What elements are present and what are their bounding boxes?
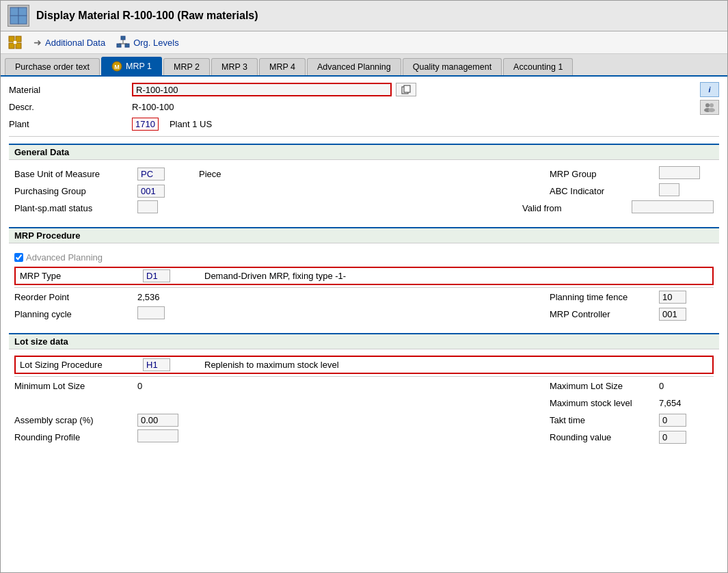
mrp-group-label: MRP Group <box>550 169 659 179</box>
general-data-section: Base Unit of Measure PC Piece MRP Group … <box>9 163 719 220</box>
assembly-scrap-label: Assembly scrap (%) <box>14 415 137 425</box>
lot-sizing-row: Lot Sizing Procedure H1 Replenish to max… <box>14 356 714 374</box>
base-unit-label: Base Unit of Measure <box>14 169 137 179</box>
mrp-controller-label: MRP Controller <box>550 309 659 319</box>
mrp-type-desc: Demand-Driven MRP, fixing type -1- <box>204 271 708 281</box>
base-unit-desc: Piece <box>199 169 550 179</box>
takt-time-value: 0 <box>659 414 686 427</box>
planning-time-fence-label: Planning time fence <box>550 292 659 302</box>
info-icon-btn[interactable]: i <box>700 82 719 97</box>
purchasing-group-label: Purchasing Group <box>14 186 137 196</box>
svg-rect-10 <box>117 44 121 47</box>
plant-matl-label: Plant-sp.matl status <box>14 203 137 213</box>
additional-data-label: Additional Data <box>45 38 105 48</box>
planning-cycle-value <box>137 306 165 319</box>
svg-rect-1 <box>18 8 27 16</box>
rounding-value-value: 0 <box>659 431 686 444</box>
toolbar: ➜ Additional Data Org. Levels <box>1 31 727 54</box>
descr-value: R-100-100 <box>132 102 174 112</box>
svg-rect-2 <box>10 16 18 24</box>
tabs-bar: Purchase order text M MRP 1 MRP 2 MRP 3 … <box>1 54 727 77</box>
plant-label: Plant <box>9 119 132 129</box>
purchasing-group-value: 001 <box>137 185 165 198</box>
advanced-planning-row: Advanced Planning <box>14 250 714 265</box>
minimum-lot-value: 0 <box>137 381 142 391</box>
rounding-value-label: Rounding value <box>550 432 659 442</box>
svg-point-21 <box>708 108 715 112</box>
descr-row: Descr. R-100-100 <box>9 99 693 114</box>
svg-point-8 <box>13 40 17 44</box>
arrow-right-icon: ➜ <box>33 37 42 48</box>
minimum-lot-label: Minimum Lot Size <box>14 381 137 391</box>
max-stock-row: Maximum stock level 7,654 <box>14 395 714 410</box>
lot-size-header: Lot size data <box>9 333 719 349</box>
material-label: Material <box>9 85 132 95</box>
svg-rect-3 <box>18 16 27 24</box>
planning-time-fence-value: 10 <box>659 291 686 304</box>
tab-mrp4[interactable]: MRP 4 <box>259 58 306 75</box>
svg-rect-17 <box>404 85 410 92</box>
rounding-profile-label: Rounding Profile <box>14 432 137 442</box>
takt-time-label: Takt time <box>550 415 659 425</box>
assembly-scrap-row: Assembly scrap (%) 0.00 Takt time 0 <box>14 412 714 427</box>
people-icon-btn[interactable] <box>700 100 719 115</box>
mrp-type-label: MRP Type <box>20 271 143 281</box>
reorder-point-value: 2,536 <box>137 292 160 302</box>
svg-text:M: M <box>114 64 120 70</box>
mrp-procedure-header: MRP Procedure <box>9 227 719 243</box>
lot-size-section: Lot Sizing Procedure H1 Replenish to max… <box>9 353 719 449</box>
plant-value: 1710 <box>132 118 159 131</box>
material-copy-btn[interactable] <box>396 83 416 96</box>
abc-indicator-value <box>659 183 679 196</box>
svg-rect-0 <box>10 8 18 16</box>
tab-accounting1[interactable]: Accounting 1 <box>503 58 573 75</box>
valid-from-value <box>632 200 714 213</box>
base-unit-value: PC <box>137 168 165 181</box>
rounding-profile-value <box>137 429 178 442</box>
mrp-type-row: MRP Type D1 Demand-Driven MRP, fixing ty… <box>14 267 714 285</box>
plant-matl-value <box>137 200 158 213</box>
rounding-profile-row: Rounding Profile Rounding value 0 <box>14 429 714 444</box>
material-fields: Material Descr. R-100-100 Plant <box>9 82 693 133</box>
org-levels-btn[interactable]: Org. Levels <box>116 36 178 49</box>
tab-mrp1[interactable]: M MRP 1 <box>101 57 162 75</box>
app-icon <box>8 5 29 27</box>
toolbar-icon-left[interactable] <box>8 35 23 50</box>
advanced-planning-label: Advanced Planning <box>26 252 103 263</box>
descr-label: Descr. <box>9 102 132 112</box>
tab-advanced-planning[interactable]: Advanced Planning <box>307 58 401 75</box>
additional-data-btn[interactable]: ➜ Additional Data <box>33 37 105 48</box>
plant-matl-row: Plant-sp.matl status Valid from <box>14 200 714 215</box>
info-buttons: i <box>700 82 719 115</box>
planning-cycle-row: Planning cycle MRP Controller 001 <box>14 306 714 321</box>
tab-purchase-order-text[interactable]: Purchase order text <box>5 58 100 75</box>
advanced-planning-checkbox-wrap[interactable]: Advanced Planning <box>14 252 103 263</box>
minimum-lot-row: Minimum Lot Size 0 Maximum Lot Size 0 <box>14 378 714 393</box>
lot-sizing-value: H1 <box>143 358 170 371</box>
tab-mrp2[interactable]: MRP 2 <box>163 58 210 75</box>
tab-quality-management[interactable]: Quality management <box>403 58 502 75</box>
purchasing-group-row: Purchasing Group 001 ABC Indicator <box>14 183 714 198</box>
maximum-stock-label: Maximum stock level <box>550 398 659 408</box>
material-input[interactable] <box>132 83 392 96</box>
lot-sizing-desc: Replenish to maximum stock level <box>204 360 708 370</box>
svg-point-19 <box>710 103 714 107</box>
main-content: Material Descr. R-100-100 Plant <box>1 77 727 455</box>
general-data-header: General Data <box>9 144 719 160</box>
valid-from-label: Valid from <box>522 203 632 213</box>
mrp-group-value <box>659 166 700 179</box>
base-unit-row: Base Unit of Measure PC Piece MRP Group <box>14 166 714 181</box>
mrp1-tab-icon: M <box>111 61 122 72</box>
plant-row: Plant 1710 Plant 1 US <box>9 116 693 131</box>
svg-rect-9 <box>121 36 125 40</box>
svg-point-18 <box>705 103 710 107</box>
org-levels-icon <box>116 36 130 49</box>
plant-desc: Plant 1 US <box>170 119 212 129</box>
main-window: Display Material R-100-100 (Raw material… <box>0 0 728 573</box>
reorder-point-row: Reorder Point 2,536 Planning time fence … <box>14 289 714 304</box>
advanced-planning-checkbox[interactable] <box>14 253 23 262</box>
abc-indicator-label: ABC Indicator <box>550 186 659 196</box>
org-levels-label: Org. Levels <box>133 38 178 48</box>
tab-mrp3[interactable]: MRP 3 <box>211 58 258 75</box>
mrp-type-value: D1 <box>143 269 170 282</box>
